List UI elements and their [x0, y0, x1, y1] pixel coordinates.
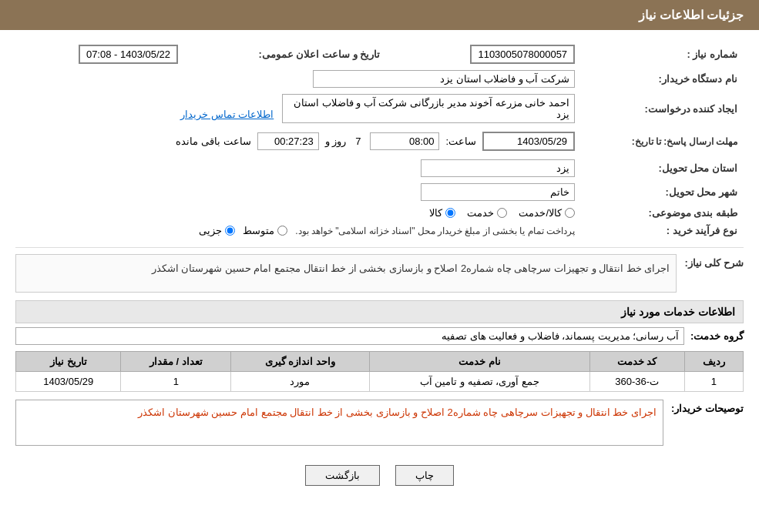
process-radio-mota-waset: متوسط [243, 225, 287, 236]
category-radio-khadamat: خدمت [467, 207, 507, 219]
col-header-2: نام خدمت [369, 352, 589, 372]
request-number-value: 1103005078000057 [405, 42, 581, 67]
province-box: یزد [421, 159, 575, 177]
creator-link[interactable]: اطلاعات تماس خریدار [180, 109, 274, 120]
table-cell-4: 1 [121, 372, 231, 392]
buyer-notes-section: توصیحات خریدار: اجرای خط انتقال و تجهیزا… [15, 400, 744, 446]
creator-box: احمد خانی مزرعه آخوند مدیر بازرگانی شرکت… [282, 94, 575, 123]
category-radio-khadamat-input[interactable] [497, 208, 507, 218]
description-label: شرح کلی نیاز: [684, 254, 744, 269]
buttons-row: چاپ بازگشت [15, 453, 744, 497]
service-group-value: آب رسانی؛ مدیریت پسماند، فاضلاب و فعالیت… [15, 327, 684, 345]
buyer-notes-box: اجرای خط انتقال و تجهیزات سرچاهی چاه شما… [15, 400, 663, 446]
col-header-1: کد خدمت [589, 352, 684, 372]
response-deadline-label: مهلت ارسال پاسخ: تا تاریخ: [581, 126, 744, 156]
deadline-time-box: 08:00 [370, 132, 439, 150]
buyer-name-value: شرکت آب و فاضلاب استان یزد [15, 67, 581, 91]
col-header-5: تاریخ نیاز [16, 352, 121, 372]
process-radio-motawaset-label: متوسط [243, 225, 274, 236]
city-box: خاتم [421, 183, 575, 201]
category-radio-kala-khadamat-input[interactable] [565, 208, 575, 218]
process-radio-motawaset-input[interactable] [277, 226, 287, 236]
category-radio-khadamat-label: خدمت [467, 207, 494, 219]
response-deadline-row: 1403/05/29 ساعت: 08:00 7 روز و 00:27:23 … [15, 126, 581, 156]
category-radio-kala-label: کالا [429, 207, 442, 219]
creator-label: ایجاد کننده درخواست: [581, 91, 744, 126]
province-value: یزد [15, 156, 581, 180]
table-cell-5: 1403/05/29 [16, 372, 121, 392]
deadline-time-label: ساعت: [445, 136, 476, 147]
print-button[interactable]: چاپ [395, 465, 454, 486]
remaining-time-box: 00:27:23 [257, 132, 319, 150]
announce-datetime-label: تاریخ و ساعت اعلان عمومی: [184, 42, 386, 67]
days-value: 7 [355, 136, 361, 147]
announce-datetime-box: 1403/05/22 - 07:08 [79, 45, 178, 64]
days-label: روز و [325, 136, 347, 147]
buyer-name-box: شرکت آب و فاضلاب استان یزد [313, 70, 575, 88]
buyer-name-label: نام دستگاه خریدار: [581, 67, 744, 91]
table-row: 1ت-36-360جمع آوری، تصفیه و تامین آبمورد1… [16, 372, 744, 392]
description-box: اجرای خط انتقال و تجهیزات سرچاهی چاه شما… [15, 254, 677, 293]
services-section-title: اطلاعات خدمات مورد نیاز [15, 300, 744, 323]
city-label: شهر محل تحویل: [581, 180, 744, 204]
col-header-3: واحد اندازه گیری [231, 352, 370, 372]
page-container: جزئیات اطلاعات نیاز شماره نیاز : 1103005… [0, 0, 759, 532]
col-header-0: ردیف [684, 352, 743, 372]
info-table: شماره نیاز : 1103005078000057 تاریخ و سا… [15, 42, 744, 239]
table-cell-0: 1 [684, 372, 743, 392]
category-radio-kala-khadamat-label: کالا/خدمت [519, 207, 562, 219]
deadline-date-box: 1403/05/29 [482, 132, 575, 151]
services-table: ردیفکد خدمتنام خدمتواحد اندازه گیریتعداد… [15, 351, 744, 392]
category-radios: کالا/خدمت خدمت کالا [15, 204, 581, 222]
process-radio-jozei-label: جزیی [199, 225, 222, 236]
buyer-notes-label: توصیحات خریدار: [671, 400, 744, 414]
process-label: نوع فرآیند خرید : [581, 222, 744, 239]
page-title: جزئیات اطلاعات نیاز [639, 8, 744, 22]
province-label: استان محل تحویل: [581, 156, 744, 180]
creator-value: احمد خانی مزرعه آخوند مدیر بازرگانی شرکت… [15, 91, 581, 126]
request-number-label: شماره نیاز : [581, 42, 744, 67]
main-content: شماره نیاز : 1103005078000057 تاریخ و سا… [0, 30, 759, 509]
category-radio-kala-input[interactable] [445, 208, 455, 218]
category-label: طبقه بندی موضوعی: [581, 204, 744, 222]
announce-datetime-value: 1403/05/22 - 07:08 [15, 42, 184, 67]
page-header: جزئیات اطلاعات نیاز [0, 0, 759, 30]
service-group-row: گروه خدمت: آب رسانی؛ مدیریت پسماند، فاضل… [15, 327, 744, 345]
description-text: اجرای خط انتقال و تجهیزات سرچاهی چاه شما… [152, 263, 670, 274]
col-header-4: تعداد / مقدار [121, 352, 231, 372]
city-value: خاتم [15, 180, 581, 204]
request-number-box: 1103005078000057 [470, 45, 575, 64]
back-button[interactable]: بازگشت [305, 465, 380, 486]
process-radio-jozei-input[interactable] [225, 226, 235, 236]
process-radio-jozei: جزیی [199, 225, 235, 236]
table-cell-2: جمع آوری، تصفیه و تامین آب [369, 372, 589, 392]
table-cell-3: مورد [231, 372, 370, 392]
buyer-notes-text: اجرای خط انتقال و تجهیزات سرچاهی چاه شما… [138, 407, 657, 418]
remaining-label: ساعت باقی مانده [176, 136, 250, 147]
process-row: پرداخت تمام یا بخشی از مبلغ خریدار محل "… [15, 222, 581, 239]
category-radio-kala: کالا [429, 207, 455, 219]
table-cell-1: ت-36-360 [589, 372, 684, 392]
service-group-label: گروه خدمت: [690, 330, 744, 342]
category-radio-kala-khadamat: کالا/خدمت [519, 207, 575, 219]
process-note: پرداخت تمام یا بخشی از مبلغ خریدار محل "… [295, 226, 575, 236]
